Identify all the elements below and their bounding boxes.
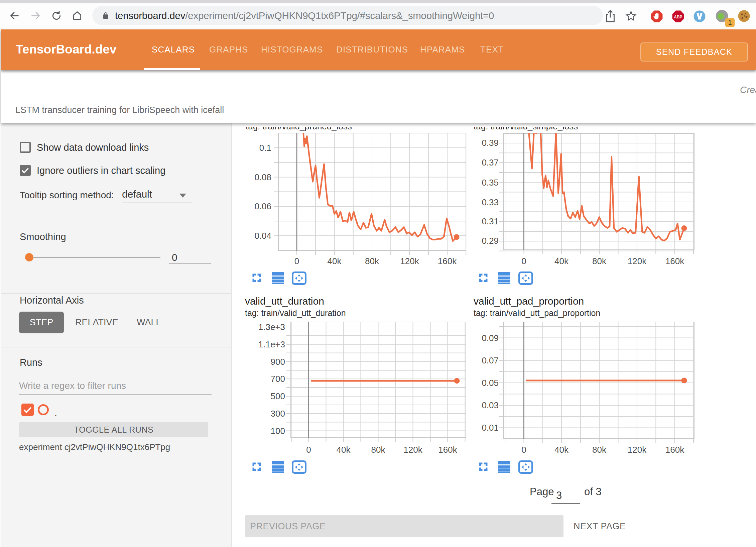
svg-text:ABP: ABP [674,15,682,19]
